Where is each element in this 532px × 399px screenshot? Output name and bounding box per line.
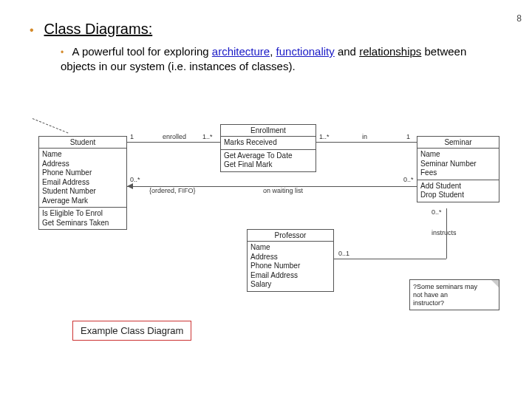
assoc-enrolled-label: enrolled	[163, 133, 186, 140]
page-number: 8	[516, 13, 522, 24]
assoc-wait-mult-l: 0..*	[130, 176, 140, 183]
class-diagram: Student Name Address Phone Number Email …	[33, 118, 505, 347]
uml-note-text: ?Some seminars may not have an instructo…	[413, 283, 477, 307]
assoc-in-mult-l: 1..*	[319, 133, 330, 140]
uml-seminar-title: Seminar	[417, 137, 499, 149]
uml-enrollment-ops: Get Average To Date Get Final Mark	[221, 150, 316, 171]
sub-bullet-dot: •	[61, 47, 64, 58]
assoc-wait-sorted: {ordered, FIFO}	[149, 187, 196, 194]
diagram-caption: Example Class Diagram	[72, 321, 191, 341]
note-corner-icon	[491, 280, 499, 287]
uml-professor-attrs: Name Address Phone Number Email Address …	[248, 242, 333, 291]
uml-seminar-attrs: Name Seminar Number Fees	[417, 149, 499, 180]
uml-student-ops: Is Eligible To Enrol Get Seminars Taken	[39, 208, 126, 229]
heading-text: Class Diagrams:	[44, 21, 153, 37]
assoc-enrolled-mult-l: 1	[130, 133, 134, 140]
word-functionality: functionality	[276, 45, 335, 58]
uml-professor: Professor Name Address Phone Number Emai…	[247, 229, 334, 292]
uml-student-attrs: Name Address Phone Number Email Address …	[39, 149, 126, 208]
assoc-in-mult-r: 1	[406, 133, 410, 140]
assoc-wait-label: on waiting list	[263, 187, 303, 194]
bullet-dot: •	[30, 24, 34, 36]
note-anchor-line	[33, 118, 69, 133]
assoc-enrolled-line	[127, 142, 220, 143]
assoc-instructs-mult-l: 0..1	[338, 250, 349, 257]
assoc-in-label: in	[362, 133, 367, 140]
assoc-instructs-label: instructs	[432, 229, 457, 236]
diagram-caption-text: Example Class Diagram	[81, 325, 183, 336]
uml-enrollment-attrs: Marks Received	[221, 137, 316, 150]
sub-bullet-text: A powerful tool for exploring architectu…	[61, 45, 466, 72]
uml-seminar: Seminar Name Seminar Number Fees Add Stu…	[417, 136, 499, 202]
word-relationships: relationships	[359, 45, 421, 58]
assoc-wait-arrow-icon	[127, 183, 133, 189]
assoc-instructs-h	[334, 259, 446, 259]
word-architecture: architecture	[212, 45, 270, 58]
sub-bullet: • A powerful tool for exploring architec…	[61, 44, 474, 75]
uml-enrollment-title: Enrollment	[221, 125, 316, 137]
uml-professor-title: Professor	[248, 230, 333, 242]
sub-mid: and	[335, 45, 359, 58]
assoc-in-line	[316, 142, 417, 143]
assoc-enrolled-mult-r: 1..*	[202, 133, 213, 140]
main-bullet: • Class Diagrams:	[30, 21, 152, 38]
uml-student-title: Student	[39, 137, 126, 149]
sub-sep1: ,	[270, 45, 276, 58]
assoc-instructs-mult-r: 0..*	[432, 208, 442, 216]
assoc-wait-mult-r: 0..*	[403, 176, 414, 183]
uml-note: ?Some seminars may not have an instructo…	[409, 279, 499, 310]
sub-prefix: A powerful tool for exploring	[72, 45, 212, 58]
uml-student: Student Name Address Phone Number Email …	[38, 136, 127, 230]
uml-enrollment: Enrollment Marks Received Get Average To…	[220, 124, 316, 172]
uml-seminar-ops: Add Student Drop Student	[417, 180, 499, 202]
